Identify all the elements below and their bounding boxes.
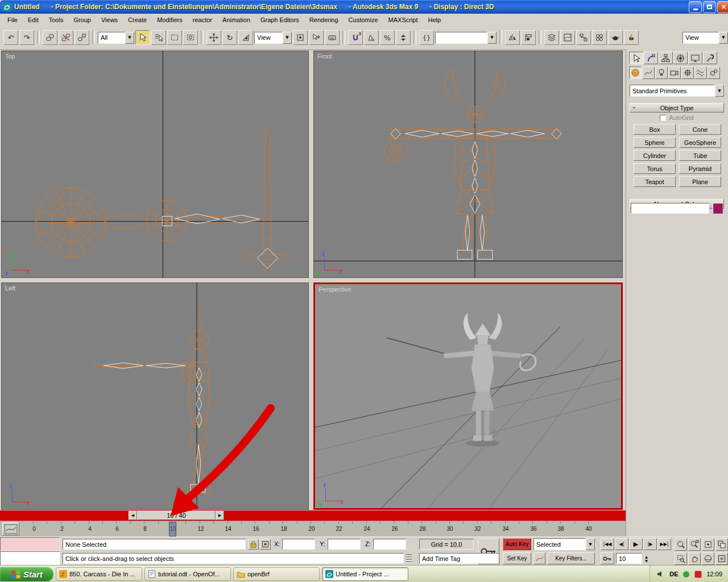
category-geometry[interactable] <box>629 66 642 79</box>
tab-modify[interactable] <box>644 52 658 64</box>
spinner-down-icon[interactable]: ▼ <box>645 559 648 563</box>
menu-reactor[interactable]: reactor <box>188 15 217 25</box>
menu-tools[interactable]: Tools <box>44 15 69 25</box>
tab-create[interactable] <box>629 52 643 64</box>
x-coord-field[interactable] <box>282 539 315 550</box>
object-name-field[interactable] <box>631 203 709 214</box>
percent-snap-button[interactable]: % <box>380 30 395 45</box>
goto-start-button[interactable]: |◀◀ <box>601 538 614 550</box>
key-filters-button[interactable]: Key Filters... <box>547 552 595 564</box>
snap-toggle-button[interactable]: 3 <box>348 30 363 45</box>
maxscript-listener-pink[interactable] <box>0 537 60 551</box>
menu-rendering[interactable]: Rendering <box>304 15 344 25</box>
tray-alert-icon[interactable] <box>694 571 702 578</box>
frame-spinner[interactable]: ▲▼ <box>643 552 650 564</box>
box-button[interactable]: Box <box>634 124 676 135</box>
mini-curve-editor-button[interactable] <box>2 522 19 535</box>
current-frame-marker[interactable] <box>169 522 176 537</box>
align-button[interactable] <box>521 30 536 45</box>
sphere-button[interactable]: Sphere <box>634 137 676 148</box>
select-and-scale-button[interactable] <box>238 30 253 45</box>
next-frame-button[interactable]: |▶ <box>643 538 657 550</box>
pan-button[interactable] <box>688 552 701 565</box>
zoom-button[interactable] <box>675 538 687 551</box>
undo-button[interactable]: ↶ <box>3 30 18 45</box>
object-type-rollout[interactable]: - Object Type <box>630 103 724 113</box>
add-time-tag-field[interactable]: Add Time Tag <box>419 553 499 564</box>
render-setup-button[interactable] <box>608 30 623 45</box>
coordinate-system-dropdown[interactable]: View ▼ <box>254 32 292 44</box>
torus-button[interactable]: Torus <box>634 163 676 174</box>
select-and-link-button[interactable] <box>43 30 57 45</box>
language-indicator[interactable]: DE <box>669 571 678 577</box>
named-selection-sets-field[interactable]: ▼ <box>435 32 497 44</box>
task-tutorial-odt[interactable]: tutorial.odt - OpenOf... <box>144 567 231 581</box>
category-spacewarps[interactable] <box>694 66 707 79</box>
zoom-all-button[interactable] <box>688 538 701 551</box>
task-openbrf[interactable]: openBrf <box>233 567 320 581</box>
tube-button[interactable]: Tube <box>679 150 721 161</box>
primitive-category-dropdown[interactable]: Standard Primitives ▼ <box>630 85 724 97</box>
task-carcass[interactable]: ♪ 850. Carcass - Die In ... <box>56 567 142 581</box>
arc-rotate-button[interactable] <box>702 552 714 565</box>
category-cameras[interactable] <box>668 66 681 79</box>
plane-button[interactable]: Plane <box>679 176 721 187</box>
auto-key-button[interactable]: Auto Key <box>503 538 531 550</box>
set-key-mode-button[interactable]: Set Key <box>503 552 531 564</box>
category-helpers[interactable] <box>681 66 694 79</box>
prompt-resize-grip[interactable] <box>406 554 412 563</box>
key-mode-toggle-button[interactable] <box>601 552 614 564</box>
time-slider[interactable]: ◀ 10 / 40 ▶ <box>129 511 224 520</box>
zoom-extents-all-button[interactable] <box>715 538 728 551</box>
selection-filter-dropdown[interactable]: All ▼ <box>98 32 134 44</box>
view-menu-dropdown[interactable]: View ▼ <box>682 32 728 44</box>
window-crossing-button[interactable] <box>183 30 198 45</box>
select-object-button[interactable] <box>135 30 150 45</box>
menu-create[interactable]: Create <box>123 15 152 25</box>
absolute-offset-toggle[interactable] <box>260 539 271 550</box>
z-coord-field[interactable] <box>373 539 406 550</box>
unlink-selection-button[interactable] <box>59 30 73 45</box>
zoom-region-button[interactable] <box>675 552 687 565</box>
geosphere-button[interactable]: GeoSphere <box>679 137 721 148</box>
bind-to-spacewarp-button[interactable] <box>75 30 89 45</box>
viewport-perspective[interactable]: Perspective <box>313 282 623 510</box>
schematic-view-button[interactable] <box>576 30 591 45</box>
material-editor-button[interactable] <box>592 30 607 45</box>
tray-status-icon[interactable] <box>682 571 690 578</box>
tab-motion[interactable] <box>673 52 688 64</box>
select-and-move-button[interactable] <box>206 30 221 45</box>
time-slider-left-arrow[interactable]: ◀ <box>129 511 137 520</box>
menu-animation[interactable]: Animation <box>217 15 255 25</box>
time-slider-grip[interactable]: 10 / 40 <box>137 511 216 520</box>
menu-file[interactable]: File <box>2 15 23 25</box>
cylinder-button[interactable]: Cylinder <box>634 150 676 161</box>
angle-snap-button[interactable] <box>364 30 379 45</box>
track-bar[interactable]: 0 2 4 6 8 10 12 14 16 18 20 22 24 26 28 … <box>0 521 626 537</box>
menu-maxscript[interactable]: MAXScript <box>383 15 423 25</box>
viewport-front[interactable]: Front <box>313 51 623 278</box>
minimize-button[interactable] <box>689 1 702 13</box>
use-pivot-center-button[interactable] <box>293 30 308 45</box>
menu-group[interactable]: Group <box>68 15 96 25</box>
selection-lock-button[interactable] <box>248 539 259 550</box>
keyboard-override-button[interactable] <box>325 30 340 45</box>
time-slider-right-arrow[interactable]: ▶ <box>216 511 224 520</box>
object-color-swatch[interactable] <box>713 203 723 214</box>
mirror-button[interactable] <box>505 30 520 45</box>
task-3dsmax[interactable]: Untitled - Project ... <box>322 567 408 581</box>
default-tangent-button[interactable] <box>533 552 545 564</box>
select-by-name-button[interactable] <box>151 30 166 45</box>
viewport-top[interactable]: Top <box>1 51 309 278</box>
redo-button[interactable]: ↷ <box>19 30 34 45</box>
menu-edit[interactable]: Edit <box>23 15 44 25</box>
goto-end-button[interactable]: ▶▶| <box>657 538 671 550</box>
menu-customize[interactable]: Customize <box>344 15 383 25</box>
select-and-rotate-button[interactable]: ↻ <box>222 30 237 45</box>
spinner-snap-button[interactable] <box>396 30 411 45</box>
maximize-viewport-toggle[interactable] <box>715 552 728 565</box>
category-shapes[interactable] <box>642 66 655 79</box>
menu-graph-editors[interactable]: Graph Editors <box>255 15 304 25</box>
autogrid-checkbox[interactable] <box>660 115 666 121</box>
quick-render-button[interactable] <box>624 30 639 45</box>
